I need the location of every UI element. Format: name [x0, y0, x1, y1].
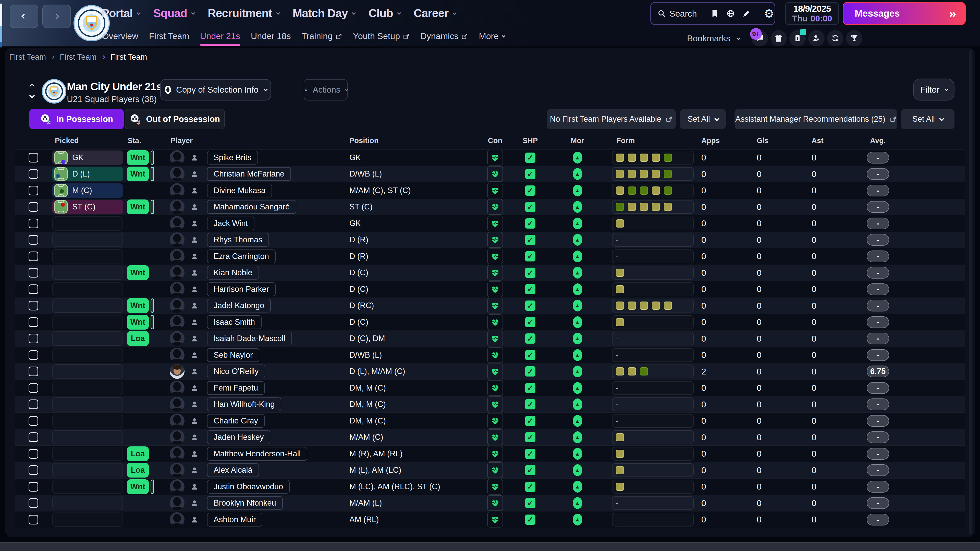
- table-row[interactable]: Jaden HeskeyM/AM (C)✓▲000-: [15, 429, 965, 446]
- player-name[interactable]: Mahamadou Sangaré: [207, 200, 296, 214]
- row-checkbox[interactable]: [29, 219, 38, 228]
- tab-in-possession[interactable]: In Possession: [29, 109, 124, 129]
- nav-career[interactable]: Career: [414, 6, 455, 20]
- col-apps[interactable]: Apps: [694, 137, 748, 145]
- chevron-down-icon[interactable]: [29, 93, 35, 98]
- table-row[interactable]: WntKian NobleD (C)✓▲000-: [15, 265, 965, 281]
- player-name[interactable]: Seb Naylor: [207, 348, 259, 362]
- table-row[interactable]: Ezra CarringtonD (R)✓▲-000-: [15, 248, 965, 265]
- filter-dropdown[interactable]: Filter: [913, 79, 955, 100]
- player-name[interactable]: Jadel Katongo: [207, 299, 271, 313]
- row-checkbox[interactable]: [29, 350, 38, 360]
- player-name[interactable]: Matthew Henderson-Hall: [207, 447, 307, 461]
- table-row[interactable]: Harrison ParkerD (C)✓▲000-: [15, 281, 965, 298]
- game-date[interactable]: 18/9/2025 Thu00:00: [785, 2, 839, 25]
- row-checkbox[interactable]: [29, 416, 38, 426]
- col-gls[interactable]: Gls: [748, 137, 803, 145]
- table-row[interactable]: D (L)WntChristian McFarlaneD/WB (L)✓▲000…: [15, 166, 965, 183]
- col-picked[interactable]: Picked: [47, 137, 125, 145]
- row-checkbox[interactable]: [29, 498, 38, 508]
- bookmark-icon[interactable]: [711, 10, 719, 17]
- table-row[interactable]: Jack WintGK✓▲000-: [15, 215, 965, 232]
- tab-out-of-possession[interactable]: Out of Possession: [125, 109, 225, 129]
- col-mor[interactable]: Mor: [550, 137, 605, 145]
- player-name[interactable]: Christian McFarlane: [207, 167, 291, 181]
- row-checkbox[interactable]: [29, 186, 38, 195]
- tab-youth-setup[interactable]: Youth Setup: [353, 31, 410, 43]
- globe-icon[interactable]: [727, 10, 735, 17]
- col-avg[interactable]: Avg.: [858, 137, 898, 145]
- trophy-icon[interactable]: [846, 30, 862, 46]
- bookmarks-label[interactable]: Bookmarks: [687, 33, 730, 43]
- tab-under-21s[interactable]: Under 21s: [200, 31, 240, 43]
- col-position[interactable]: Position: [345, 137, 480, 145]
- tab-overview[interactable]: Overview: [102, 31, 138, 43]
- table-row[interactable]: Han Willhoft-KingDM, M (C)✓▲-000-: [15, 396, 965, 413]
- player-name[interactable]: Rhys Thomas: [207, 233, 269, 247]
- nav-portal[interactable]: Portal: [102, 6, 140, 20]
- sync-arrows-icon[interactable]: [827, 30, 843, 46]
- table-row[interactable]: LoaMatthew Henderson-HallM (R), AM (RL)✓…: [15, 446, 965, 462]
- row-checkbox[interactable]: [29, 449, 38, 459]
- scout-search-icon[interactable]: [808, 30, 824, 46]
- player-name[interactable]: Femi Fapetu: [207, 381, 265, 395]
- player-name[interactable]: Harrison Parker: [207, 283, 275, 296]
- player-name[interactable]: Kian Noble: [207, 266, 259, 279]
- tab-dynamics[interactable]: Dynamics: [420, 31, 468, 43]
- row-checkbox[interactable]: [29, 251, 38, 261]
- table-row[interactable]: WntIsaac SmithD (C)✓▲000-: [15, 314, 965, 330]
- col-ast[interactable]: Ast: [803, 137, 858, 145]
- row-checkbox[interactable]: [29, 268, 38, 278]
- transfer-card-icon[interactable]: [789, 30, 806, 46]
- table-row[interactable]: WntJustin OboavwoduoM (LC), AM (RLC), ST…: [15, 478, 965, 495]
- player-name[interactable]: Charlie Gray: [207, 414, 265, 428]
- table-row[interactable]: Femi FapetuDM, M (C)✓▲-000-: [15, 380, 965, 396]
- breadcrumb-item[interactable]: First Team: [9, 52, 46, 62]
- tab-more[interactable]: More: [479, 31, 504, 43]
- no-first-team-players-button[interactable]: No First Team Players Available: [547, 109, 676, 129]
- row-checkbox[interactable]: [29, 432, 38, 442]
- table-row[interactable]: Nico O'ReillyD (L), M/AM (C)✓▲2006.75: [15, 364, 965, 380]
- row-checkbox[interactable]: [29, 318, 38, 327]
- row-checkbox[interactable]: [29, 301, 38, 310]
- breadcrumb-item[interactable]: First Team: [60, 52, 97, 62]
- tab-training[interactable]: Training: [302, 31, 342, 43]
- assistant-recommendations-button[interactable]: Assistant Manager Recommendations (25): [735, 109, 897, 129]
- selection-info-dropdown[interactable]: Copy of Selection Info: [160, 79, 271, 100]
- nav-club[interactable]: Club: [369, 6, 400, 20]
- player-name[interactable]: Justin Oboavwoduo: [207, 480, 290, 494]
- table-row[interactable]: LoaAlex AlcaláM (L), AM (LC)✓▲000-: [15, 462, 965, 479]
- tab-under-18s[interactable]: Under 18s: [251, 31, 291, 43]
- col-con[interactable]: Con: [480, 137, 511, 145]
- player-name[interactable]: Nico O'Reilly: [207, 365, 265, 378]
- page-subtitle[interactable]: U21 Squad Players (38): [67, 94, 157, 104]
- row-checkbox[interactable]: [29, 202, 38, 212]
- set-all-dropdown[interactable]: Set All: [680, 109, 726, 129]
- nav-match-day[interactable]: Match Day: [293, 6, 355, 20]
- player-name[interactable]: Jack Wint: [207, 217, 255, 230]
- col-sta[interactable]: Sta.: [125, 137, 166, 145]
- row-checkbox[interactable]: [29, 169, 38, 179]
- nav-recruitment[interactable]: Recruitment: [208, 6, 279, 20]
- row-checkbox[interactable]: [29, 333, 38, 343]
- table-row[interactable]: Ashton MuirAM (RL)✓▲-000-: [15, 511, 965, 528]
- table-row[interactable]: LoaIsaiah Dada-MascollD (C), DM✓▲-000-: [15, 330, 965, 347]
- row-checkbox[interactable]: [29, 153, 38, 162]
- nav-squad[interactable]: Squad: [153, 6, 194, 20]
- player-name[interactable]: Isaiah Dada-Mascoll: [207, 332, 292, 345]
- row-checkbox[interactable]: [29, 482, 38, 492]
- player-name[interactable]: Brooklyn Nfonkeu: [207, 496, 283, 510]
- col-shp[interactable]: SHP: [511, 137, 550, 145]
- player-name[interactable]: Ezra Carrington: [207, 249, 275, 263]
- col-player[interactable]: Player: [166, 137, 345, 145]
- row-checkbox[interactable]: [29, 383, 38, 393]
- vertical-scrollbar[interactable]: [969, 50, 972, 535]
- set-all-dropdown-2[interactable]: Set All: [901, 109, 955, 129]
- messages-bubble-icon[interactable]: 9+: [752, 30, 768, 46]
- table-row[interactable]: ST (C)WntMahamadou SangaréST (C)✓▲000-: [15, 199, 965, 216]
- table-row[interactable]: M (C)Divine MukasaM/AM (C), ST (C)✓▲000-: [15, 183, 965, 199]
- row-checkbox[interactable]: [29, 400, 38, 409]
- chevron-up-icon[interactable]: [29, 83, 35, 89]
- history-forward-button[interactable]: [42, 5, 71, 28]
- row-checkbox[interactable]: [29, 465, 38, 475]
